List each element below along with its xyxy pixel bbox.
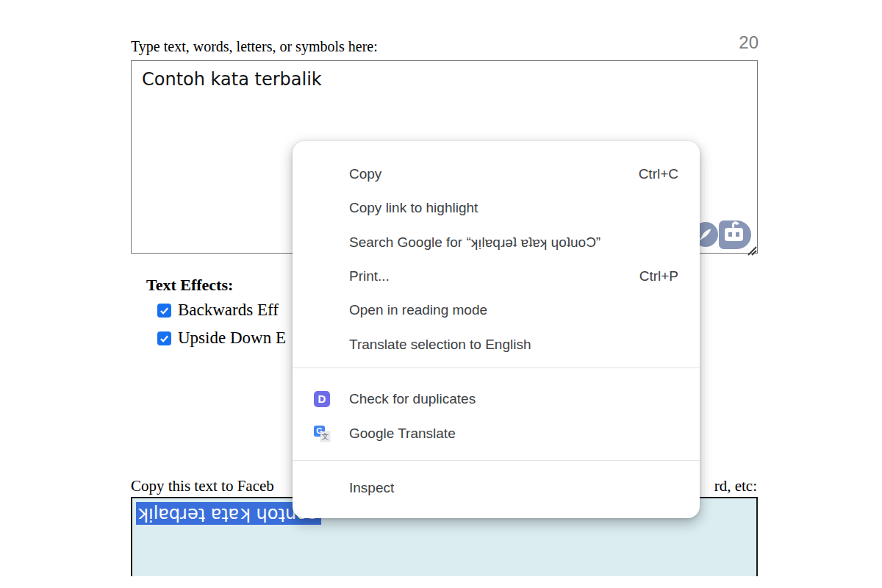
menu-item-label: Copy	[349, 166, 381, 182]
check-icon	[159, 334, 169, 343]
menu-item-label: Print...	[349, 268, 390, 284]
menu-item-inspect[interactable]: Inspect	[293, 471, 700, 505]
menu-item-translate-selection[interactable]: Translate selection to English	[293, 328, 700, 362]
robot-face	[725, 228, 743, 241]
menu-item-google-translate[interactable]: G 文 Google Translate	[293, 417, 700, 451]
quill-glyph	[698, 226, 714, 243]
upside-down-effect-checkbox[interactable]	[157, 331, 171, 345]
duplicates-extension-icon: D	[314, 391, 330, 407]
menu-item-label: Search Google for “ʞı̣lɐqɹǝʇ ɐʇɐʞ ɥoʇuoƆ…	[349, 234, 600, 250]
check-icon	[159, 306, 169, 315]
menu-item-label: Google Translate	[349, 426, 456, 441]
context-menu: Copy Ctrl+C Copy link to highlight Searc…	[293, 141, 700, 518]
menu-separator	[293, 368, 700, 368]
backwards-effect-label: Backwards Eff	[178, 301, 279, 320]
google-translate-char: 文	[320, 431, 330, 442]
menu-item-copy[interactable]: Copy Ctrl+C	[293, 157, 700, 191]
robot-eye	[736, 232, 739, 237]
menu-item-label: Inspect	[349, 480, 394, 495]
google-translate-icon: G 文	[314, 426, 330, 442]
menu-item-search-google[interactable]: Search Google for “ʞı̣lɐqɹǝʇ ɐʇɐʞ ɥoʇuoƆ…	[293, 226, 700, 259]
textarea-resize-grip[interactable]	[744, 243, 759, 257]
output-label-left: Copy this text to Faceb	[131, 477, 274, 495]
menu-item-copy-link-to-highlight[interactable]: Copy link to highlight	[293, 191, 700, 225]
backwards-effect-row: Backwards Eff	[157, 301, 279, 320]
text-effects-heading: Text Effects:	[146, 276, 233, 295]
menu-separator	[293, 460, 700, 461]
input-label: Type text, words, letters, or symbols he…	[131, 38, 378, 55]
menu-shortcut: Ctrl+C	[639, 157, 678, 191]
page: Type text, words, letters, or symbols he…	[0, 0, 882, 588]
char-counter: 20	[734, 32, 759, 53]
menu-item-print[interactable]: Print... Ctrl+P	[293, 259, 700, 293]
menu-shortcut: Ctrl+P	[639, 259, 678, 293]
backwards-effect-checkbox[interactable]	[157, 304, 171, 318]
menu-item-label: Check for duplicates	[349, 391, 476, 406]
menu-item-label: Copy link to highlight	[349, 200, 478, 215]
menu-item-label: Translate selection to English	[349, 337, 531, 352]
menu-item-label: Open in reading mode	[349, 302, 487, 318]
robot-eye	[728, 232, 732, 237]
menu-item-check-duplicates[interactable]: D Check for duplicates	[293, 382, 700, 416]
upside-down-effect-label: Upside Down E	[178, 329, 286, 348]
menu-item-open-reading-mode[interactable]: Open in reading mode	[293, 293, 700, 327]
upside-down-effect-row: Upside Down E	[157, 329, 286, 348]
resize-grip-icon	[744, 243, 759, 257]
